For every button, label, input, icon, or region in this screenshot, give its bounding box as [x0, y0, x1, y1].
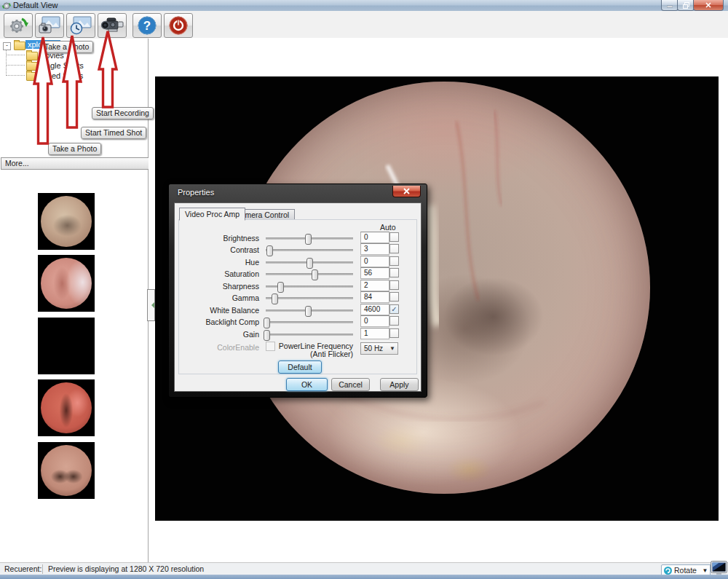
cancel-button[interactable]: Cancel [331, 378, 370, 391]
window-title: Default View [13, 1, 58, 9]
sharpness-value[interactable]: 2 [360, 280, 389, 291]
white-balance-row: White Balance 4600 ✓ [179, 305, 416, 315]
slider-label: Backlight Comp [179, 318, 259, 326]
window-bottom-frame [0, 575, 728, 579]
close-button[interactable] [693, 0, 724, 11]
slider-thumb[interactable] [277, 282, 284, 293]
status-left-text: Recuerent: [4, 564, 41, 573]
ok-button[interactable]: OK [286, 378, 328, 391]
powerline-frequency-select[interactable]: 50 Hz ▼ [360, 342, 398, 355]
minimize-button[interactable] [661, 0, 678, 11]
tree-expander[interactable]: - [3, 42, 11, 50]
record-video-button[interactable] [98, 13, 127, 38]
gain-slider[interactable] [266, 334, 353, 336]
backlight-comp-slider[interactable] [266, 321, 353, 323]
default-button[interactable]: Default [278, 361, 322, 374]
title-bar: Default View [0, 0, 728, 12]
help-icon: ? [137, 15, 157, 36]
hue-auto-checkbox[interactable] [389, 256, 399, 266]
timed-shot-button[interactable] [66, 13, 95, 38]
slider-label: Saturation [179, 269, 259, 278]
slider-thumb[interactable] [266, 245, 273, 256]
power-button[interactable] [164, 13, 193, 38]
thumbnail-image [41, 382, 92, 433]
saturation-row: Saturation 56 [179, 269, 416, 279]
slider-thumb[interactable] [312, 269, 318, 280]
slider-label: Sharpness [179, 282, 259, 291]
toolbar: ? [0, 11, 728, 39]
brightness-row: Brightness 0 [179, 233, 416, 243]
tooltip-take-a-photo: Take a Photo [40, 41, 93, 53]
brightness-value[interactable]: 0 [360, 232, 389, 243]
chevron-down-icon: ▼ [703, 567, 708, 574]
brightness-auto-checkbox[interactable] [389, 232, 399, 242]
brightness-slider[interactable] [266, 237, 353, 240]
take-photo-button[interactable] [35, 13, 64, 38]
dialog-client-area: Video Proc Amp Camera Control Auto Brigh… [174, 202, 422, 392]
powerline-frequency-label: PowerLine Frequency (Anti Flicker) [273, 342, 353, 358]
backlight-comp-auto-checkbox[interactable] [389, 316, 399, 326]
dialog-title: Properties [178, 188, 214, 197]
apply-button[interactable]: Apply [380, 378, 419, 391]
folder-icon [26, 52, 38, 60]
properties-dialog: Properties Video Proc Amp Camera Control… [168, 184, 427, 398]
slider-thumb[interactable] [305, 234, 312, 245]
thumbnail-ear-canal[interactable] [38, 193, 95, 250]
gain-row: Gain 1 [179, 329, 416, 339]
close-icon [403, 188, 410, 194]
saturation-auto-checkbox[interactable] [389, 268, 399, 277]
slider-thumb[interactable] [272, 294, 278, 304]
tree-connector [6, 55, 25, 55]
timed-shot-icon [70, 16, 92, 35]
restore-icon [683, 2, 689, 9]
status-bar: Recuerent: Preview is displaying at 1280… [0, 562, 728, 575]
white-balance-auto-checkbox[interactable]: ✓ [389, 304, 399, 314]
restore-button[interactable] [677, 0, 695, 11]
tree-item-single-shots[interactable]: Single Shots [39, 61, 84, 70]
tree-connector [6, 49, 7, 76]
hue-slider[interactable] [266, 261, 353, 264]
thumbnail-image [41, 196, 92, 247]
color-enable-label: ColorEnable [179, 343, 259, 352]
slider-label: Brightness [179, 234, 259, 243]
white-balance-value[interactable]: 4600 [360, 304, 389, 315]
contrast-value[interactable]: 3 [360, 243, 389, 255]
slider-thumb[interactable] [264, 330, 270, 341]
gain-auto-checkbox[interactable] [389, 328, 399, 338]
powerline-label-line2: (Anti Flicker) [273, 350, 353, 358]
tab-video-proc-amp[interactable]: Video Proc Amp [179, 208, 245, 221]
gain-value[interactable]: 1 [360, 328, 389, 339]
thumbnail-epiglottis[interactable] [38, 442, 95, 499]
white-balance-slider[interactable] [266, 310, 353, 312]
slider-thumb[interactable] [306, 258, 313, 269]
gamma-auto-checkbox[interactable] [389, 292, 399, 302]
sharpness-slider[interactable] [266, 285, 353, 288]
sharpness-auto-checkbox[interactable] [389, 280, 399, 290]
color-enable-row: ColorEnable PowerLine Frequency (Anti Fl… [179, 342, 416, 352]
more-button[interactable]: More... [1, 157, 151, 170]
sharpness-row: Sharpness 2 [179, 281, 416, 291]
thumbnail-throat[interactable] [38, 318, 95, 374]
status-separator [42, 564, 43, 574]
thumbnail-nasal-passage[interactable] [38, 255, 95, 312]
hue-value[interactable]: 0 [360, 256, 389, 267]
gamma-value[interactable]: 84 [360, 291, 389, 303]
slider-thumb[interactable] [264, 318, 270, 328]
tree-connector [6, 75, 25, 76]
dialog-close-button[interactable] [392, 186, 421, 197]
settings-button[interactable] [4, 13, 33, 38]
saturation-value[interactable]: 56 [360, 267, 389, 279]
contrast-auto-checkbox[interactable] [389, 244, 399, 253]
saturation-slider[interactable] [266, 273, 353, 275]
application-window: Default View [0, 0, 728, 579]
tree-connector [6, 65, 25, 66]
gamma-slider[interactable] [266, 297, 353, 299]
panel-collapse-handle[interactable] [147, 289, 155, 321]
tree-item-timed-shots[interactable]: Timed Shots [39, 71, 83, 80]
slider-thumb[interactable] [305, 306, 312, 317]
help-button[interactable]: ? [132, 13, 162, 38]
power-icon [168, 15, 189, 36]
contrast-slider[interactable] [266, 249, 353, 251]
backlight-comp-value[interactable]: 0 [360, 315, 389, 327]
thumbnail-nasal-cavity[interactable] [38, 379, 95, 436]
